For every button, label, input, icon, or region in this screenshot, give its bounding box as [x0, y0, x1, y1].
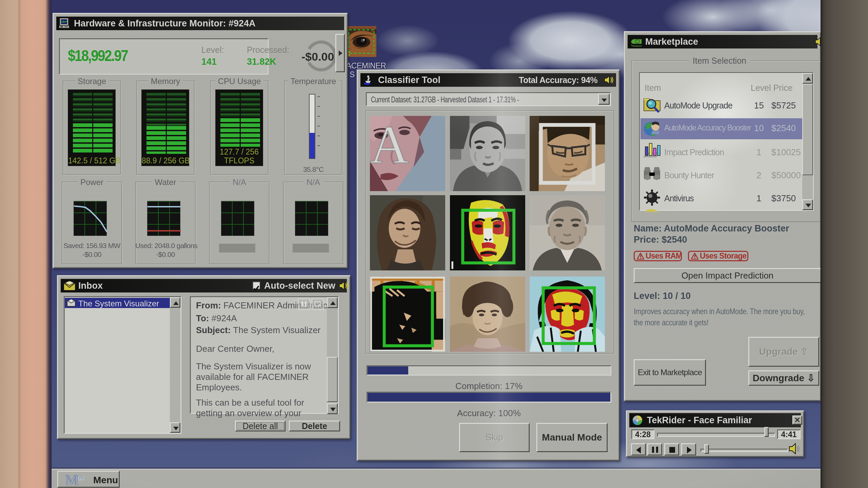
- svg-text:A: A: [370, 116, 409, 175]
